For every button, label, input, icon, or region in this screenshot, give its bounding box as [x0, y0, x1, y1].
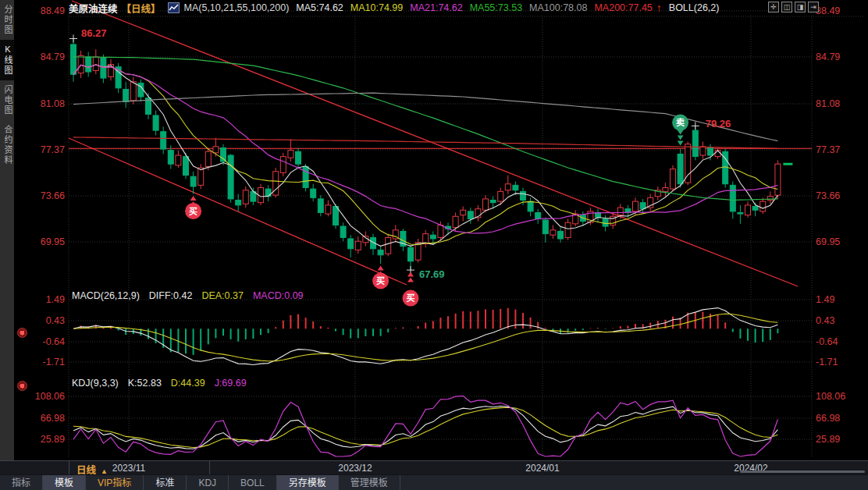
axis-label: -0.64: [43, 336, 66, 347]
left-sidebar: 分时图 K线图 闪电图 合约资料: [0, 0, 14, 460]
candle-body: [565, 222, 571, 237]
signal-arrow-icon: [378, 265, 384, 270]
axis-label: 108.06: [816, 391, 845, 402]
buy-signal-text: 买: [407, 293, 415, 303]
candle-body: [550, 230, 556, 235]
candle-body: [430, 235, 436, 239]
tab-indicators[interactable]: 指标: [0, 475, 43, 490]
sell-signal-text: 卖: [676, 117, 685, 127]
candle-body: [692, 130, 698, 157]
axis-label: 73.66: [816, 190, 840, 201]
macd-title: MACD(26,12,9): [72, 290, 140, 301]
trading-app-window: 88.4988.4984.7984.7981.0881.0877.3777.37…: [0, 0, 868, 490]
candle-body: [213, 147, 219, 153]
axis-label: 73.66: [41, 190, 65, 201]
candle-body: [265, 189, 271, 197]
tab-save-template[interactable]: 另存模板: [277, 475, 339, 490]
kdj-line: [73, 407, 777, 449]
signal-arrow-icon: [407, 278, 414, 282]
candle-body: [461, 210, 466, 215]
kdj-title: KDJ(9,3,3): [72, 378, 119, 389]
ma-line: [73, 65, 777, 233]
candle-body: [535, 212, 541, 218]
candle-body: [303, 166, 308, 187]
axis-separator: [69, 461, 69, 474]
candle-body: [123, 89, 129, 101]
mini-chart-icon[interactable]: [168, 2, 180, 13]
axis-label: -1.71: [43, 357, 66, 368]
candle-body: [498, 191, 503, 201]
ma200-value: MA200:77.45: [594, 2, 652, 13]
tab-standard[interactable]: 标准: [144, 475, 187, 490]
candle-body: [633, 201, 639, 211]
axis-label: 25.89: [816, 434, 840, 445]
candle-body: [221, 147, 226, 162]
sidebar-item-contract-info[interactable]: 合约资料: [0, 120, 14, 170]
axis-label: 1.49: [46, 294, 65, 305]
candle-body: [333, 206, 339, 225]
macd-indicator-settings-icon[interactable]: [17, 328, 27, 338]
tab-boll[interactable]: BOLL: [229, 475, 277, 490]
candle-body: [130, 82, 136, 101]
sidebar-item-flash-chart[interactable]: 闪电图: [0, 80, 14, 120]
axis-label: 77.37: [816, 144, 840, 155]
candle-body: [378, 250, 383, 254]
add-pane-icon[interactable]: ◫: [781, 2, 792, 12]
kdj-line: [73, 407, 777, 447]
axis-label: -0.64: [816, 336, 838, 347]
pane-layout-icon[interactable]: ◨: [795, 2, 806, 12]
crosshair-icon[interactable]: ✛: [768, 2, 779, 12]
candle-body: [468, 211, 473, 219]
price-tag-label: 86.27: [81, 27, 107, 39]
candle-body: [483, 199, 489, 210]
candle-body: [296, 151, 301, 164]
tab-kdj[interactable]: KDJ: [187, 475, 229, 490]
chart-header: 美原油连续 【日线】 MA(5,10,21,55,100,200) MA5:74…: [69, 0, 719, 16]
time-axis-bar: 日线▲ 2023/112023/122024/012024/02: [0, 460, 868, 475]
date-label: 2024/01: [507, 463, 578, 474]
candle-body: [228, 155, 233, 199]
candle-body: [326, 205, 331, 214]
candle-body: [715, 151, 720, 157]
candle-body: [288, 151, 293, 158]
buy-signal-text: 买: [376, 276, 385, 286]
candle-body: [168, 151, 173, 165]
candle-body: [513, 185, 518, 190]
sidebar-item-kline-chart[interactable]: K线图: [0, 40, 14, 80]
candle-body: [183, 157, 189, 176]
axis-label: 77.37: [41, 144, 65, 155]
candle-body: [671, 169, 676, 190]
buy-signal-text: 买: [189, 207, 197, 216]
candle-body: [153, 115, 158, 130]
axis-label: 66.98: [816, 413, 840, 424]
tab-manage-templates[interactable]: 管理模板: [339, 475, 400, 490]
signal-arrow-icon: [678, 141, 684, 146]
axis-label: 84.79: [41, 51, 65, 62]
axis-separator: [209, 461, 210, 474]
candle-body: [528, 201, 533, 211]
candle-body: [453, 216, 458, 227]
horizontal-scrollbar[interactable]: [740, 470, 865, 473]
period-tag[interactable]: 【日线】: [122, 1, 161, 16]
axis-label: 88.49: [816, 5, 840, 16]
axis-label: 81.08: [41, 98, 65, 109]
axis-label: 69.95: [41, 236, 65, 247]
ma200-line: [73, 137, 777, 148]
collapse-pane-icon[interactable]: ⇥: [808, 2, 819, 12]
axis-label: 69.95: [816, 236, 840, 247]
candle-body: [71, 44, 76, 74]
signal-arrow-icon: [190, 196, 197, 201]
macd-dea-value: DEA:0.37: [201, 290, 244, 301]
kdj-indicator-settings-icon[interactable]: [17, 381, 27, 391]
candle-body: [101, 59, 106, 79]
candle-body: [558, 231, 564, 239]
kdj-panel-header: KDJ(9,3,3) K:52.83 D:44.39 J:69.69: [72, 378, 247, 389]
candle-body: [93, 57, 98, 71]
axis-label: 66.98: [41, 413, 65, 424]
tab-vip-indicators[interactable]: VIP指标: [86, 475, 144, 490]
candle-body: [408, 247, 414, 261]
up-arrow-icon: ↑: [656, 2, 662, 14]
tab-templates[interactable]: 模板: [43, 475, 86, 490]
sidebar-item-time-chart[interactable]: 分时图: [0, 0, 14, 40]
candlestick-chart-canvas[interactable]: 88.4988.4984.7984.7981.0881.0877.3777.37…: [0, 0, 868, 490]
